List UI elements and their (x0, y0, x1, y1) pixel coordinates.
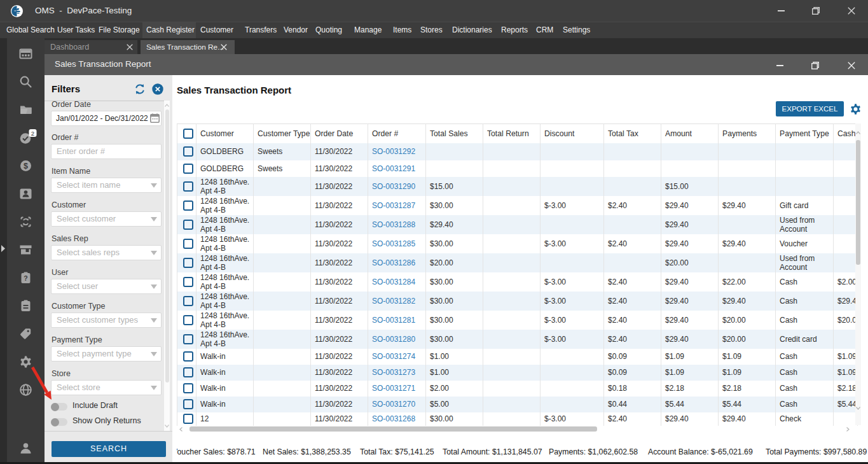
svg-text:$: $ (24, 161, 28, 170)
svg-text:2: 2 (31, 129, 34, 136)
svg-text:?: ? (24, 274, 27, 282)
